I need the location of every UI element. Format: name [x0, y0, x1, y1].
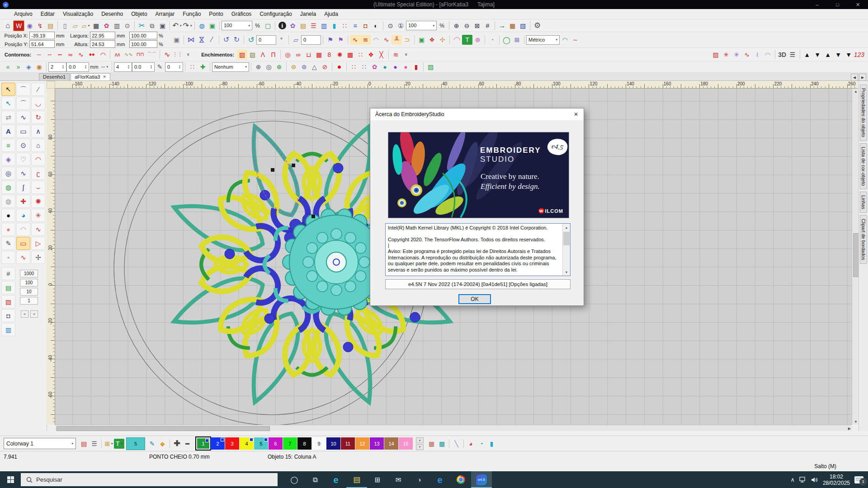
swatch-spin-up-icon[interactable]: ▲ [416, 437, 424, 443]
motif-run-tool[interactable]: ∿ [31, 223, 45, 236]
sequin-b-icon[interactable]: ⊚ [299, 62, 309, 72]
color-swatch-7[interactable]: 7 [283, 437, 297, 450]
zoom-level-select[interactable]: 100▾ [222, 21, 252, 30]
zoom-factor-select[interactable]: 100▾ [406, 21, 437, 30]
color-swatch-1[interactable]: 1 [196, 437, 210, 450]
tab-scroll-button[interactable]: ◀ [851, 74, 858, 81]
applique-icon[interactable]: ◠ [452, 35, 462, 45]
rotate-cw-45-icon[interactable]: ↻ [231, 35, 242, 45]
wave-tool[interactable]: ∿ [16, 111, 30, 124]
scale-y-input[interactable]: 100.00 [129, 40, 157, 48]
notifications-icon[interactable]: 3 [854, 476, 863, 483]
thread-spool-icon[interactable]: ▮ [329, 21, 340, 31]
cut-icon[interactable]: ✂ [137, 21, 147, 31]
fill-more-button[interactable]: » [401, 50, 411, 60]
fish-motif-icon[interactable]: ⊃ [402, 35, 412, 45]
fill-meander-icon[interactable]: ⊔ [303, 50, 314, 60]
toolbox-nav-button[interactable]: » [30, 310, 38, 318]
contrast-icon[interactable]: ◐ [371, 21, 381, 31]
vector-shapes-icon[interactable]: ❖ [427, 35, 437, 45]
tab-close-icon[interactable]: ✕ [103, 75, 106, 79]
fill-flower-icon[interactable]: ✺ [335, 50, 345, 60]
pencil-value-input[interactable]: 0▲▼ [165, 62, 183, 72]
loop-icon[interactable]: ◠ [560, 35, 570, 45]
insert-design-icon[interactable]: ◍ [197, 21, 207, 31]
spiral-tool[interactable]: ◍ [1, 195, 15, 208]
quick-digitize-icon[interactable]: ↯ [35, 21, 45, 31]
pos-x-input[interactable]: -39.19 [29, 32, 55, 39]
menu-item[interactable]: Gráficos [227, 11, 256, 17]
color-swatch-8[interactable]: 8 [297, 437, 311, 450]
machine-queue-icon[interactable]: ▧ [518, 21, 528, 31]
dot-purple-icon[interactable]: ● [390, 62, 401, 72]
menu-item[interactable]: Configuração [255, 11, 296, 17]
flower-small-icon[interactable]: ✿ [369, 62, 380, 72]
flake-fill-icon[interactable]: ✳ [731, 50, 742, 60]
fill-dots-icon[interactable]: ∷ [355, 50, 366, 60]
team-names-icon[interactable]: ≡ [350, 21, 360, 31]
side-panel-tab[interactable]: Lista de cor-objeto [860, 143, 867, 189]
pink-arc-tool[interactable]: ◠ [16, 223, 30, 236]
stipple-icon[interactable]: △ [309, 62, 320, 72]
moon-tool[interactable]: ʃ [16, 181, 30, 194]
colorway-list-icon[interactable]: ▤ [79, 439, 89, 449]
license-scroll-thumb[interactable] [563, 232, 570, 245]
ok-button[interactable]: OK [458, 294, 491, 304]
taskbar-embroidery-studio-icon[interactable]: e4.5 [471, 471, 492, 488]
sequin-fan-icon[interactable]: ◔ [487, 35, 497, 45]
menu-item[interactable]: Janela [296, 11, 320, 17]
zoom-in-icon[interactable]: ⊕ [451, 21, 462, 31]
colorway-edit-icon[interactable]: ☰ [89, 439, 99, 449]
menu-item[interactable]: Objeto [127, 11, 151, 17]
save-design-icon[interactable]: ▦ [91, 21, 101, 31]
zoom-box-icon[interactable]: ⊠ [472, 21, 482, 31]
menu-item[interactable]: Editar [37, 11, 59, 17]
dot-pink-icon[interactable]: ● [401, 62, 411, 72]
circle-ref-icon[interactable]: ◎ [264, 62, 274, 72]
bead-string-icon[interactable]: ∷ [349, 62, 359, 72]
squiggle-tool[interactable]: ∿ [16, 167, 30, 180]
node-tool[interactable]: ◦ [1, 251, 15, 264]
curve-select-tool[interactable]: ⌒ [16, 83, 30, 96]
taskbar-clock[interactable]: 18:02 28/02/2025 [823, 474, 850, 486]
license-scrollbar[interactable]: ▲ ▼ [562, 224, 570, 276]
color-wheel-icon[interactable]: ◕ [466, 439, 476, 449]
stitch-preset-button[interactable]: 1 [20, 297, 38, 305]
ring-tool[interactable]: ◍ [1, 181, 15, 194]
print-icon[interactable]: ▥ [112, 21, 122, 31]
pie-tool[interactable]: ◕ [16, 209, 30, 222]
color-swatch-14[interactable]: 14 [384, 437, 398, 450]
dialog-title-bar[interactable]: Àcerca do EmbroideryStudio ✕ [370, 108, 584, 120]
flower-clipart-icon[interactable]: ✣ [437, 35, 448, 45]
color-swatch-15[interactable]: 15 [399, 437, 413, 450]
outline-sprinkle-icon[interactable]: ⋮⋮ [172, 50, 183, 60]
dot-teal-icon[interactable]: ● [380, 62, 390, 72]
copy-icon[interactable]: ⧉ [147, 21, 157, 31]
stitch-travel-icon[interactable]: ╨ [392, 35, 402, 45]
hoop-icon[interactable]: ◯ [501, 35, 512, 45]
handwrite-123-chip[interactable]: 123 [854, 50, 864, 60]
column-c-icon[interactable]: ▲ [823, 50, 833, 60]
design-library-icon[interactable]: ◉ [24, 21, 35, 31]
arc-tool[interactable]: ⌒ [16, 97, 30, 110]
fill-cross-icon[interactable]: ╳ [376, 50, 387, 60]
zoom-1to1-icon[interactable]: ① [396, 21, 406, 31]
color-swatch-3[interactable]: 3 [225, 437, 239, 450]
taskbar-chrome-icon[interactable] [450, 471, 471, 488]
color-swatch-5[interactable]: 5 [254, 437, 268, 450]
travel-back-icon[interactable]: « [3, 62, 13, 72]
open-design-icon[interactable]: ▱ [70, 21, 80, 31]
color-swatch-11[interactable]: 11 [341, 437, 355, 450]
fill-satin-icon[interactable]: ▨ [237, 50, 247, 60]
overview-window-icon[interactable]: ▢ [263, 21, 273, 31]
fill-rings-icon[interactable]: ∞ [293, 50, 303, 60]
column-fill-tool[interactable]: ▭ [16, 237, 30, 250]
dialog-close-icon[interactable]: ✕ [568, 108, 584, 120]
outline-more-button[interactable]: » [183, 50, 193, 60]
fill-bucket-icon[interactable]: ◆ [157, 439, 168, 449]
wilcom-w-icon[interactable]: W [13, 20, 24, 31]
skew-icon[interactable]: ▱ [291, 35, 301, 45]
select-tool[interactable]: ↖ [1, 83, 15, 96]
stitch-tatami-icon[interactable]: ≋ [360, 35, 371, 45]
zoom-fit-icon[interactable]: # [482, 21, 493, 31]
